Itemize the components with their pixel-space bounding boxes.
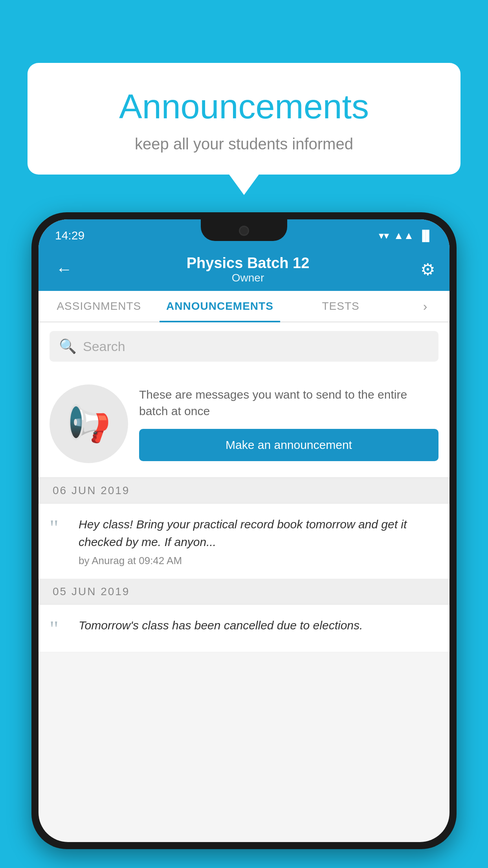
announcement-text-1: Hey class! Bring your practical record b… <box>79 515 438 551</box>
make-announcement-button[interactable]: Make an announcement <box>139 429 438 461</box>
announcement-right: These are messages you want to send to t… <box>139 386 438 461</box>
quote-icon-1: " <box>50 517 69 539</box>
tab-announcements[interactable]: ANNOUNCEMENTS <box>160 291 281 322</box>
phone-outer: 14:29 ▾▾ ▲▲ ▐▌ ← Physics Batch 12 Owner … <box>31 212 457 849</box>
tabs: ASSIGNMENTS ANNOUNCEMENTS TESTS › <box>39 291 449 322</box>
batch-role: Owner <box>75 272 420 284</box>
megaphone-icon: 📢 <box>67 403 111 445</box>
hero-title: Announcements <box>47 86 441 127</box>
gear-icon[interactable]: ⚙ <box>420 260 435 279</box>
announcement-prompt: 📢 These are messages you want to send to… <box>39 370 449 478</box>
search-icon: 🔍 <box>59 338 77 355</box>
announcement-content-2: Tomorrow's class has been cancelled due … <box>79 616 438 638</box>
app-bar-title: Physics Batch 12 Owner <box>75 255 420 284</box>
back-button[interactable]: ← <box>53 257 75 282</box>
announcement-description: These are messages you want to send to t… <box>139 386 438 419</box>
announcement-meta-1: by Anurag at 09:42 AM <box>79 555 182 566</box>
status-time: 14:29 <box>55 229 84 242</box>
search-bar[interactable]: 🔍 Search <box>50 331 438 362</box>
wifi-icon: ▾▾ <box>379 230 389 242</box>
phone-camera <box>239 226 249 236</box>
phone-container: 14:29 ▾▾ ▲▲ ▐▌ ← Physics Batch 12 Owner … <box>31 212 457 868</box>
search-placeholder: Search <box>83 339 125 354</box>
announcement-text-2: Tomorrow's class has been cancelled due … <box>79 616 438 634</box>
hero-subtitle: keep all your students informed <box>47 135 441 153</box>
announcement-item-1[interactable]: " Hey class! Bring your practical record… <box>39 504 449 579</box>
announcement-content-1: Hey class! Bring your practical record b… <box>79 515 438 567</box>
battery-icon: ▐▌ <box>418 230 433 242</box>
megaphone-circle: 📢 <box>50 384 128 463</box>
date-separator-2: 05 JUN 2019 <box>39 579 449 605</box>
batch-name: Physics Batch 12 <box>75 255 420 272</box>
app-bar: ← Physics Batch 12 Owner ⚙ <box>39 248 449 291</box>
tab-assignments[interactable]: ASSIGNMENTS <box>39 291 160 322</box>
tab-tests[interactable]: TESTS <box>280 291 401 322</box>
announcement-item-2[interactable]: " Tomorrow's class has been cancelled du… <box>39 605 449 652</box>
phone-notch <box>201 219 287 241</box>
phone-screen: 14:29 ▾▾ ▲▲ ▐▌ ← Physics Batch 12 Owner … <box>39 219 449 842</box>
date-separator-1: 06 JUN 2019 <box>39 478 449 504</box>
tab-more[interactable]: › <box>401 291 449 322</box>
signal-icon: ▲▲ <box>394 230 414 242</box>
hero-card: Announcements keep all your students inf… <box>28 63 460 175</box>
status-icons: ▾▾ ▲▲ ▐▌ <box>379 230 433 242</box>
quote-icon-2: " <box>50 618 69 640</box>
search-container: 🔍 Search <box>39 322 449 370</box>
